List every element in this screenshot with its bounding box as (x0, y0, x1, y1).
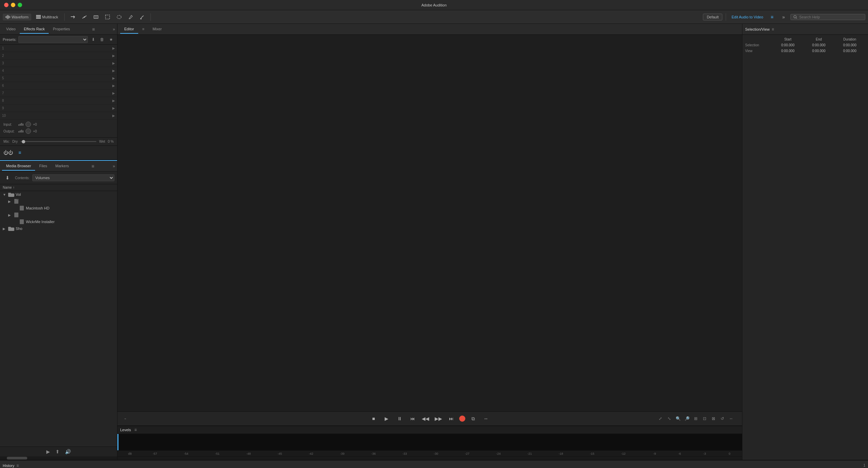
zoom-time-icon[interactable]: ⊠ (709, 415, 718, 423)
save-preset-icon[interactable]: ⬇ (90, 36, 97, 43)
waveform-button[interactable]: Waveform (3, 14, 31, 20)
title-bar: Adobe Audition (0, 0, 868, 10)
rack-list-icon[interactable]: ≡ (15, 148, 25, 157)
sv-view-start: 0:00.000 (772, 49, 803, 53)
wet-label: Wet (99, 140, 105, 143)
levels-scrollbar[interactable] (117, 456, 742, 460)
tab-effects-rack[interactable]: Effects Rack (20, 25, 49, 34)
minimize-button[interactable] (11, 3, 15, 7)
media-browser-download-icon[interactable]: ⬇ (3, 173, 12, 183)
time-select-button[interactable] (91, 12, 101, 22)
fast-forward-button[interactable]: ▶▶ (433, 414, 444, 424)
effect-slot-2[interactable]: 2 (0, 52, 117, 60)
effect-slot-1[interactable]: 1 (0, 45, 117, 52)
media-browser-expand-icon[interactable]: » (113, 164, 115, 169)
slot-5-arrow (112, 76, 115, 80)
workspace-menu-icon[interactable]: ≡ (767, 12, 777, 22)
levels-ruler: dB -57 -54 -51 -48 -45 -42 -39 -36 -33 -… (117, 450, 742, 456)
history-menu-icon[interactable]: ≡ (16, 463, 19, 468)
tab-mixer[interactable]: Mixer (148, 25, 166, 34)
delete-preset-icon[interactable]: 🗑 (99, 36, 106, 43)
tab-video[interactable]: Video (2, 25, 20, 34)
contents-dropdown[interactable]: Volumes (32, 174, 114, 181)
tree-item-sub2[interactable] (0, 212, 117, 218)
play-preview-icon[interactable]: ▶ (46, 449, 50, 454)
levels-playhead (117, 434, 118, 450)
zoom-fit-icon[interactable]: ⊞ (692, 415, 700, 423)
tab-media-browser[interactable]: Media Browser (2, 162, 35, 171)
slot-4-arrow (112, 69, 115, 73)
maximize-button[interactable] (18, 3, 22, 7)
zoom-in-left-icon[interactable]: ⤡ (665, 415, 673, 423)
media-browser-more-icon[interactable]: ≡ (92, 163, 94, 169)
file-tree: Name ↑ Vol (0, 184, 117, 447)
presets-dropdown[interactable] (18, 36, 88, 43)
tree-item-sho[interactable]: Sho (0, 225, 117, 232)
input-knob[interactable] (26, 122, 31, 127)
effect-slot-6[interactable]: 6 (0, 82, 117, 90)
editor-tab-more-icon[interactable]: ≡ (138, 25, 148, 34)
pencil-button[interactable] (126, 12, 135, 22)
zoom-sel-icon[interactable]: ⊡ (701, 415, 709, 423)
mix-slider[interactable] (20, 141, 96, 142)
tab-files[interactable]: Files (35, 162, 51, 171)
search-help-input[interactable] (799, 15, 862, 19)
tab-editor[interactable]: Editor (120, 25, 138, 34)
tab-markers[interactable]: Markers (51, 162, 73, 171)
levels-section: Levels ≡ dB -57 -54 -51 -48 -45 -42 -39 … (117, 426, 742, 460)
media-browser-tab-bar: Media Browser Files Markers ≡ » (0, 161, 117, 172)
marquee-select-button[interactable] (103, 12, 112, 22)
export-icon[interactable]: ⬆ (55, 449, 60, 454)
levels-menu-icon[interactable]: ≡ (134, 427, 137, 432)
tab-properties[interactable]: Properties (49, 25, 74, 34)
to-end-button[interactable]: ⏭ (446, 414, 456, 424)
zoom-full-icon[interactable]: ↔ (727, 415, 735, 423)
panel-expand-icon[interactable]: » (113, 27, 115, 32)
panel-more-icon[interactable]: ≡ (92, 27, 95, 32)
effect-slot-4[interactable]: 4 (0, 67, 117, 75)
selection-view-menu-icon[interactable]: ≡ (772, 27, 774, 32)
zoom-in-full-icon[interactable]: ⤢ (656, 415, 664, 423)
effect-slot-5[interactable]: 5 (0, 75, 117, 82)
edit-audio-video-button[interactable]: Edit Audio to Video (729, 14, 765, 20)
fade-button[interactable] (80, 12, 89, 22)
ruler-mark--15: -15 (590, 452, 594, 455)
rewind-button[interactable]: ◀◀ (420, 414, 431, 424)
clip-gain-button[interactable] (68, 12, 78, 22)
record-button[interactable] (459, 416, 465, 422)
stop-button[interactable]: ■ (369, 414, 379, 424)
zoom-in-icon[interactable]: 🔎 (683, 415, 691, 423)
effect-slot-8[interactable]: 8 (0, 97, 117, 105)
tree-item-volumes[interactable]: Vol (0, 191, 117, 198)
multitrack-button[interactable]: Multitrack (33, 14, 61, 20)
expand-panels-icon[interactable]: » (779, 12, 788, 22)
contents-label: Contents: (15, 176, 30, 180)
effect-slot-7[interactable]: 7 (0, 90, 117, 97)
effect-slot-3[interactable]: 3 (0, 60, 117, 67)
effect-slot-10[interactable]: 10 (0, 112, 117, 120)
to-start-button[interactable]: ⏮ (407, 414, 418, 424)
rack-power-icon[interactable]: ⏻ (3, 148, 13, 157)
play-button[interactable]: ▶ (382, 414, 392, 424)
output-knob[interactable] (26, 128, 31, 134)
star-preset-icon[interactable]: ★ (108, 36, 114, 43)
zoom-out-icon[interactable]: 🔍 (674, 415, 682, 423)
skip-button[interactable]: ↔ (481, 414, 491, 424)
lasso-select-button[interactable] (114, 12, 124, 22)
audio-output-icon[interactable]: 🔊 (65, 449, 71, 454)
tree-item-sub1[interactable] (0, 198, 117, 205)
dry-label: Dry (12, 140, 18, 143)
name-sort-icon[interactable]: ↑ (13, 186, 15, 189)
pause-button[interactable]: ⏸ (395, 414, 405, 424)
waveform-icon (5, 15, 10, 19)
svg-rect-22 (14, 199, 18, 204)
effect-slot-9[interactable]: 9 (0, 105, 117, 112)
brush-button[interactable] (138, 12, 147, 22)
tree-item-wickrme[interactable]: WickrMe Installer (0, 218, 117, 225)
workspace-selector[interactable]: Default (703, 14, 722, 20)
close-button[interactable] (4, 3, 9, 7)
zoom-undo-icon[interactable]: ↺ (718, 415, 726, 423)
media-browser-scrollbar[interactable] (0, 456, 117, 460)
loop-button[interactable]: ⧉ (468, 414, 478, 424)
tree-item-macintosh-hd[interactable]: Macintosh HD (0, 205, 117, 212)
